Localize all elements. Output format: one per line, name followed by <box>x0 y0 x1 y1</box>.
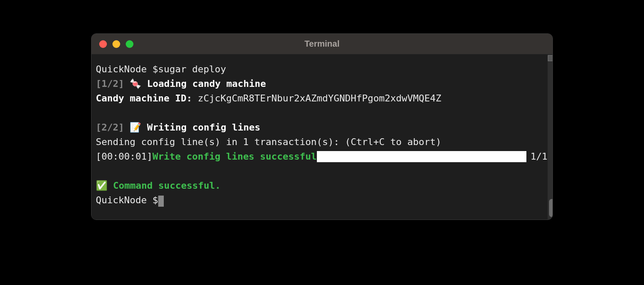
machine-id-label: Candy machine ID: <box>96 93 192 104</box>
memo-icon: 📝 <box>130 122 141 133</box>
progress-bar <box>317 151 526 162</box>
prompt: QuickNode $ <box>96 64 158 74</box>
command-text: sugar deploy <box>158 64 226 74</box>
terminal-window: Terminal QuickNode $sugar deploy[1/2] 🍬 … <box>91 33 553 220</box>
success-text: Command successful. <box>113 180 221 191</box>
step-text: Loading candy machine <box>147 78 266 89</box>
progress-count: 1/1 <box>531 149 548 164</box>
scrollbar[interactable] <box>547 54 553 220</box>
check-icon: ✅ <box>96 180 107 191</box>
scroll-thumb[interactable] <box>549 199 553 217</box>
window-title: Terminal <box>92 39 552 49</box>
titlebar: Terminal <box>92 34 552 54</box>
scroll-top-icon <box>548 55 553 61</box>
content-wrap: QuickNode $sugar deploy[1/2] 🍬 Loading c… <box>92 54 552 220</box>
step-text: Writing config lines <box>147 122 260 133</box>
step-tag: [2/2] <box>96 122 124 133</box>
traffic-lights <box>99 40 133 48</box>
step-tag: [1/2] <box>96 78 124 89</box>
terminal-content[interactable]: QuickNode $sugar deploy[1/2] 🍬 Loading c… <box>92 54 547 220</box>
zoom-icon[interactable] <box>126 40 133 48</box>
elapsed-time: [00:00:01] <box>96 149 152 164</box>
candy-icon: 🍬 <box>130 78 141 89</box>
prompt: QuickNode $ <box>96 195 158 205</box>
cursor-icon <box>158 196 164 207</box>
close-icon[interactable] <box>99 40 107 48</box>
minimize-icon[interactable] <box>112 40 120 48</box>
progress-message: Write config lines successful <box>152 149 316 164</box>
sending-line: Sending config line(s) in 1 transaction(… <box>96 135 547 149</box>
machine-id: zCjcKgCmR8TErNbur2xAZmdYGNDHfPgom2xdwVMQ… <box>198 93 441 104</box>
